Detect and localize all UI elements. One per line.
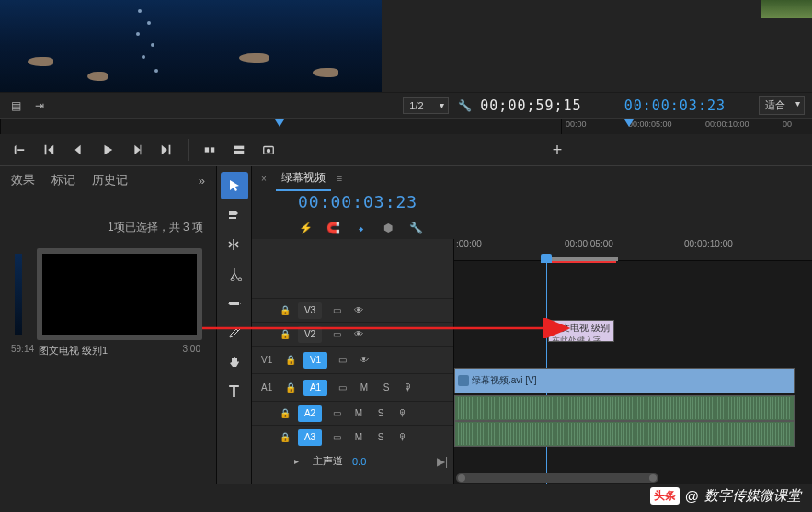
wrench-icon[interactable]: 🔧 [456, 97, 473, 114]
horizontal-scrollbar[interactable] [456, 473, 658, 483]
settings-icon[interactable]: ⬢ [381, 221, 395, 235]
timeline-ruler[interactable]: :00:00 00:00:05:00 00:00:10:00 [454, 239, 812, 261]
mic-icon[interactable]: 🎙 [395, 406, 410, 421]
timeline-tab-menu[interactable]: ≡ [337, 173, 342, 184]
program-timecode[interactable]: 00:00:03:23 [624, 97, 726, 114]
tab-markers[interactable]: 标记 [51, 172, 75, 188]
source-preview-image [0, 0, 382, 92]
source-timecode[interactable]: 00;00;59;15 [480, 97, 581, 114]
step-back-button[interactable] [66, 138, 90, 162]
expand-icon[interactable]: ▸ [289, 454, 303, 469]
mic-icon[interactable]: 🎙 [395, 430, 410, 445]
mic-icon[interactable]: 🎙 [401, 381, 416, 395]
eye-icon[interactable]: 👁 [357, 353, 372, 368]
timeline-tab[interactable]: 绿幕视频 [276, 166, 331, 191]
track-header-a1[interactable]: A1 🔒 A1 ▭ M S 🎙 [252, 373, 453, 401]
tabs-overflow-button[interactable]: » [199, 174, 205, 188]
type-tool[interactable]: T [221, 378, 248, 405]
audio-clip-a2[interactable] [454, 421, 795, 447]
track-output-icon[interactable]: ▭ [329, 430, 344, 445]
svg-rect-0 [205, 147, 209, 152]
scroll-grip-right[interactable] [649, 474, 657, 482]
solo-button[interactable]: S [373, 406, 388, 421]
track-label[interactable]: A2 [298, 405, 322, 422]
go-end-icon[interactable]: ▶| [437, 455, 448, 468]
track-header-a3[interactable]: 🔒 A3 ▭ M S 🎙 [252, 425, 453, 449]
tab-history[interactable]: 历史记 [92, 172, 128, 188]
razor-tool[interactable] [221, 260, 248, 288]
markers-icon[interactable]: ⬥ [353, 221, 368, 235]
lock-icon[interactable]: 🔒 [285, 382, 296, 393]
lock-icon[interactable]: 🔒 [280, 305, 291, 315]
track-label[interactable]: A3 [298, 429, 322, 446]
mute-button[interactable]: M [357, 381, 372, 395]
mark-in-button[interactable] [7, 138, 31, 162]
selection-tool[interactable] [221, 172, 248, 199]
scroll-grip-left[interactable] [458, 474, 465, 482]
track-header-v3[interactable]: 🔒 V3 ▭ 👁 [252, 298, 453, 322]
track-output-icon[interactable]: ▭ [329, 303, 344, 318]
overwrite-clip-button[interactable] [227, 138, 251, 162]
track-output-icon[interactable]: ▭ [329, 327, 344, 342]
go-to-out-button[interactable] [154, 138, 178, 162]
project-item-selected[interactable]: 图文电视 级别1 3:00 [37, 248, 202, 361]
lock-icon[interactable]: 🔒 [280, 329, 291, 339]
title-clip[interactable]: 图文电视 级别 在此处键入字 [548, 320, 614, 342]
lock-icon[interactable]: 🔒 [285, 355, 296, 365]
source-patch[interactable]: V1 [261, 355, 278, 365]
fit-dropdown[interactable]: 适合 [759, 96, 805, 115]
mute-button[interactable]: M [351, 430, 366, 445]
track-header-v2[interactable]: 🔒 V2 ▭ 👁 [252, 322, 453, 346]
tab-close-button[interactable]: × [261, 174, 267, 184]
source-patch[interactable]: A1 [261, 382, 278, 393]
track-select-tool[interactable] [221, 201, 248, 229]
timeline-tracks[interactable]: :00:00 00:00:05:00 00:00:10:00 图文电视 级别 在… [454, 239, 812, 484]
track-label[interactable]: A1 [303, 380, 327, 396]
slip-tool[interactable] [221, 290, 248, 317]
eye-icon[interactable]: 👁 [351, 327, 366, 342]
track-label[interactable]: V1 [303, 352, 327, 369]
program-ruler[interactable]: 00:00 00:00:05:00 00:00:10:00 00 [561, 119, 812, 134]
solo-button[interactable]: S [379, 381, 394, 395]
zoom-dropdown[interactable]: 1/2 [403, 97, 449, 114]
insert-clip-button[interactable] [198, 138, 222, 162]
pen-tool[interactable] [221, 319, 248, 347]
track-header-v1[interactable]: V1 🔒 V1 ▭ 👁 [252, 346, 453, 373]
insert-icon[interactable]: ⇥ [31, 97, 48, 114]
source-playhead-icon[interactable] [275, 119, 284, 127]
solo-button[interactable]: S [373, 430, 388, 445]
lock-icon[interactable]: 🔒 [280, 408, 291, 418]
lock-icon[interactable]: 🔒 [280, 432, 291, 442]
track-output-icon[interactable]: ▭ [335, 353, 349, 368]
hand-tool[interactable] [221, 348, 248, 376]
track-header-master[interactable]: ▸ 主声道 0.0 ▶| [252, 449, 453, 472]
snap-icon[interactable]: ⚡ [298, 221, 313, 235]
program-playhead-icon[interactable] [624, 119, 634, 127]
step-forward-button[interactable] [125, 138, 149, 162]
linked-selection-icon[interactable]: 🧲 [326, 221, 340, 235]
go-to-in-button[interactable] [37, 138, 61, 162]
export-frame-button[interactable] [257, 138, 280, 162]
add-button[interactable]: + [545, 138, 569, 162]
list-view-icon[interactable]: ▤ [7, 97, 24, 114]
project-item[interactable]: 59:14 [9, 248, 28, 361]
audio-clip-a1[interactable] [454, 395, 795, 421]
ripple-edit-tool[interactable] [221, 231, 248, 258]
track-label[interactable]: V3 [298, 302, 322, 319]
master-value[interactable]: 0.0 [352, 456, 366, 467]
video-clip[interactable]: 绿幕视频.avi [V] [454, 368, 795, 393]
track-output-icon[interactable]: ▭ [335, 381, 349, 395]
track-header-a2[interactable]: 🔒 A2 ▭ M S 🎙 [252, 401, 453, 425]
timeline-timecode[interactable]: 00:00:03:23 [298, 192, 803, 211]
program-monitor-viewport[interactable] [382, 0, 812, 92]
source-ruler[interactable] [0, 119, 561, 134]
wrench-icon[interactable]: 🔧 [408, 221, 423, 235]
source-monitor-viewport[interactable] [0, 0, 382, 92]
track-label[interactable]: V2 [298, 326, 322, 343]
mute-button[interactable]: M [351, 406, 366, 421]
monitor-row [0, 0, 812, 92]
play-button[interactable] [96, 138, 120, 162]
track-output-icon[interactable]: ▭ [329, 406, 344, 421]
eye-icon[interactable]: 👁 [351, 303, 366, 318]
tab-effects[interactable]: 效果 [11, 172, 35, 188]
